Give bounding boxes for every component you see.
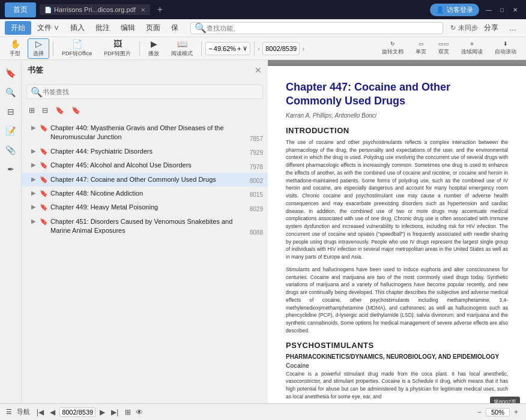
- rotate-doc-button[interactable]: ↻ 旋转文档: [377, 38, 408, 59]
- close-button[interactable]: ✕: [509, 4, 521, 16]
- select-tool-label: 选择: [33, 50, 44, 58]
- zoom-in-button[interactable]: +: [237, 45, 241, 52]
- search-panel-icon[interactable]: 🔍: [2, 84, 19, 101]
- thumbnail-panel-icon[interactable]: ⊟: [2, 103, 19, 120]
- next-page-nav[interactable]: ›: [302, 45, 304, 52]
- annotation-panel-icon[interactable]: 📝: [2, 122, 19, 139]
- toolbar-separator-4: [254, 41, 255, 56]
- menu-file[interactable]: 文件 ∨: [32, 21, 64, 35]
- bookmark-view-button[interactable]: 🔖: [53, 105, 67, 116]
- bookmark-icon: 🔖: [40, 176, 48, 184]
- signature-panel-icon[interactable]: ✒: [2, 161, 19, 178]
- pdf-icon: 📄: [44, 7, 52, 13]
- title-bar-right: 👤 访客登录 — □ ✕: [430, 4, 521, 16]
- bookmark-item-451[interactable]: ▶ 🔖 Chapter 451: Disorders Caused by Ven…: [22, 215, 268, 238]
- title-bar-left: 首页 📄 Harrisons Pri...dicos.org.pdf ✕ +: [5, 2, 166, 17]
- bookmark-item-447[interactable]: ▶ 🔖 Chapter 447: Cocaine and Other Commo…: [22, 173, 268, 187]
- play-button[interactable]: ▶ 播放: [144, 38, 164, 59]
- next-page-button[interactable]: ▶: [98, 408, 107, 416]
- cocaine-body-text: Cocaine is a powerful stimulant drug mad…: [286, 370, 508, 401]
- tab-home[interactable]: 首页: [5, 2, 36, 17]
- select-tool-button[interactable]: ▷ 选择: [28, 38, 49, 59]
- play-icon: ▶: [151, 39, 157, 49]
- bookmark-item-444[interactable]: ▶ 🔖 Chapter 444: Psychiatric Disorders 7…: [22, 145, 268, 158]
- tab-close-icon[interactable]: ✕: [141, 7, 145, 13]
- sidebar-search-input[interactable]: [43, 88, 259, 95]
- bookmark-icon: 🔖: [40, 124, 48, 132]
- pdf-to-office-button[interactable]: 📄 PDF转Office: [57, 38, 97, 59]
- menu-insert[interactable]: 插入: [65, 21, 89, 35]
- fit-page-button[interactable]: ⊞: [125, 408, 131, 416]
- prev-page-button[interactable]: ◀: [48, 408, 57, 416]
- pdf-to-image-button[interactable]: 🖼 PDF转图片: [99, 38, 136, 59]
- menu-share[interactable]: 分享: [479, 21, 503, 35]
- hand-icon: ✋: [10, 39, 20, 49]
- bookmark-icon: 🔖: [40, 218, 48, 226]
- sidebar-header: 书签 ✕: [22, 60, 268, 81]
- attachment-panel-icon[interactable]: 📎: [2, 142, 19, 158]
- last-page-button[interactable]: ▶|: [109, 408, 120, 416]
- prev-page-nav[interactable]: ‹: [258, 45, 261, 52]
- zoom-status: − +: [476, 408, 520, 416]
- double-page-button[interactable]: ▭▭ 双页: [434, 38, 454, 59]
- bookmark-text-449: Chapter 449: Heavy Metal Poisoning: [50, 203, 247, 212]
- zoom-in-status-button[interactable]: +: [512, 408, 520, 416]
- zoom-out-status-button[interactable]: −: [476, 408, 483, 416]
- double-page-icon: ▭▭: [438, 41, 449, 47]
- bookmark-item-445[interactable]: ▶ 🔖 Chapter 445: Alcohol and Alcohol Use…: [22, 158, 268, 172]
- menu-start[interactable]: 开始: [5, 21, 31, 35]
- zoom-dropdown-icon[interactable]: ∨: [243, 44, 247, 52]
- minimize-button[interactable]: —: [483, 4, 495, 16]
- zoom-out-button[interactable]: −: [208, 45, 212, 52]
- menu-edit[interactable]: 编辑: [116, 21, 140, 35]
- bookmark-item-449[interactable]: ▶ 🔖 Chapter 449: Heavy Metal Poisoning 8…: [22, 200, 268, 214]
- zoom-status-input[interactable]: [486, 408, 510, 416]
- continuous-icon: ≡: [470, 41, 473, 47]
- sidebar-search-bar[interactable]: 🔍: [26, 85, 263, 99]
- auto-scroll-button[interactable]: ⬇ 自动滚动: [490, 38, 521, 59]
- expand-all-button[interactable]: ⊞: [26, 105, 37, 116]
- hand-tool-button[interactable]: ✋ 手型: [5, 38, 25, 59]
- visitor-icon: 👤: [436, 6, 444, 14]
- page-control[interactable]: 8002/8539: [262, 42, 300, 55]
- menu-search-bar[interactable]: 🔍: [190, 22, 443, 34]
- sidebar-toolbar: ⊞ ⊟ 🔖 🔖: [22, 103, 268, 119]
- bookmark-text-447: Chapter 447: Cocaine and Other Commonly …: [50, 175, 247, 184]
- page-navigation: |◀ ◀ ▶ ▶|: [35, 407, 120, 417]
- zoom-control[interactable]: − 49.62% + ∨: [205, 42, 250, 55]
- continuous-read-button[interactable]: ≡ 连续阅读: [456, 38, 488, 59]
- new-tab-button[interactable]: +: [154, 4, 166, 15]
- stimulants-text: Stimulants and hallucinogens have been u…: [286, 266, 508, 335]
- menu-save[interactable]: 保: [166, 21, 183, 35]
- sidebar-close-button[interactable]: ✕: [255, 65, 262, 75]
- menu-annotate[interactable]: 批注: [91, 21, 115, 35]
- bookmark-icon: 🔖: [40, 190, 48, 197]
- collapse-all-button[interactable]: ⊟: [40, 105, 50, 116]
- select-icon: ▷: [35, 39, 42, 49]
- pdf-page-title: Chapter 447: Cocaine and Other Commonly …: [286, 80, 508, 109]
- visitor-login-button[interactable]: 👤 访客登录: [430, 4, 479, 16]
- pdf-page: Chapter 447: Cocaine and Other Commonly …: [268, 66, 526, 403]
- maximize-button[interactable]: □: [496, 4, 508, 16]
- bookmark-options-button[interactable]: 🔖: [69, 105, 83, 116]
- bookmark-item-448[interactable]: ▶ 🔖 Chapter 448: Nicotine Addiction 8015: [22, 187, 268, 200]
- bookmark-page-445: 7978: [250, 164, 263, 170]
- read-mode-button[interactable]: 📖 阅读模式: [166, 38, 198, 59]
- eye-button[interactable]: 👁: [136, 408, 143, 416]
- pdf-page-authors: Karran A. Phillips; Antonello Bonci: [286, 112, 508, 119]
- bookmark-panel-icon[interactable]: 🔖: [2, 65, 19, 82]
- bookmark-arrow-icon: ▶: [31, 218, 38, 224]
- current-page-input[interactable]: [59, 407, 95, 417]
- menu-more[interactable]: …: [504, 22, 521, 34]
- bookmark-item-440[interactable]: ▶ 🔖 Chapter 440: Myasthenia Gravis and O…: [22, 121, 268, 145]
- first-page-button[interactable]: |◀: [35, 408, 46, 416]
- single-page-button[interactable]: ▭ 单页: [411, 38, 431, 59]
- tab-pdf[interactable]: 📄 Harrisons Pri...dicos.org.pdf ✕: [40, 4, 150, 15]
- pdf-viewer-area[interactable]: Chapter 447: Cocaine and Other Commonly …: [268, 60, 526, 403]
- menu-search-input[interactable]: [207, 25, 439, 32]
- bookmark-text-451: Chapter 451: Disorders Caused by Venomou…: [50, 217, 247, 236]
- nav-icon[interactable]: ☰: [6, 408, 12, 416]
- bookmark-page-448: 8015: [250, 191, 263, 198]
- menu-page[interactable]: 页面: [141, 21, 165, 35]
- bookmark-page-447: 8002: [250, 178, 263, 184]
